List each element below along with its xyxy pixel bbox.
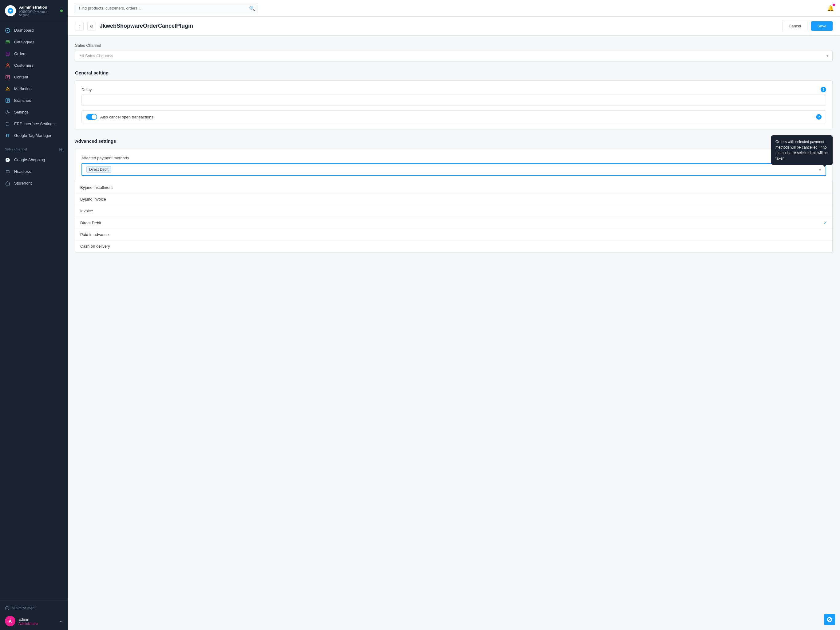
add-sales-channel-button[interactable]: ⊕ (59, 146, 63, 152)
search-container: 🔍 (74, 3, 258, 13)
dropdown-item-direct-debit[interactable]: Direct Debit ✓ (75, 217, 832, 229)
cancel-button[interactable]: Cancel (782, 21, 807, 31)
payment-chevron-icon: ▾ (819, 167, 821, 173)
main-nav: Dashboard Catalogues Orders (0, 22, 68, 600)
sales-channel-select-wrapper: All Sales Channels ▾ (75, 50, 833, 62)
dashboard-icon (5, 28, 11, 33)
sidebar-item-customers[interactable]: Customers (0, 60, 68, 71)
sidebar-item-label: Settings (14, 110, 28, 114)
sales-channel-label: Sales Channel (75, 43, 833, 47)
toggle-left: Also cancel open transactions (86, 114, 153, 120)
sidebar-item-google-shopping[interactable]: G Google Shopping (0, 154, 68, 166)
settings-icon (5, 109, 11, 115)
plugin-settings-button[interactable]: ⚙ (87, 22, 96, 30)
dropdown-item-invoice[interactable]: Invoice (75, 205, 832, 217)
dropdown-item-label: Direct Debit (80, 220, 101, 225)
sidebar-item-settings[interactable]: Settings (0, 106, 68, 118)
sidebar-item-label: Content (14, 75, 28, 79)
erp-icon (5, 121, 11, 127)
search-input[interactable] (74, 3, 258, 13)
svg-rect-9 (6, 75, 9, 79)
sidebar-header: Administration v9999999 Developer Versio… (0, 0, 68, 22)
dropdown-item-label: Invoice (80, 209, 93, 213)
cancel-transactions-toggle[interactable] (86, 114, 97, 120)
app-title: Administration (19, 5, 57, 10)
svg-rect-4 (6, 42, 9, 43)
sidebar-item-headless[interactable]: Headless (0, 166, 68, 177)
delay-label: Delay (82, 87, 92, 92)
sidebar-item-label: Dashboard (14, 28, 34, 33)
sidebar-item-erp[interactable]: ERP Interface Settings (0, 118, 68, 130)
topbar-right: 🔔 (827, 5, 834, 12)
svg-point-2 (7, 30, 8, 31)
sidebar-item-dashboard[interactable]: Dashboard (0, 25, 68, 36)
general-settings-heading: General setting (75, 70, 833, 75)
minimize-label: Minimize menu (12, 606, 36, 610)
svg-point-18 (7, 111, 9, 113)
sidebar-item-storefront[interactable]: Storefront (0, 177, 68, 189)
main-content: 🔍 🔔 ‹ ⚙ JkwebShopwareOrderCancelPlugin C… (68, 0, 840, 630)
sidebar-item-orders[interactable]: Orders (0, 48, 68, 60)
app-version: v9999999 Developer Version (19, 10, 57, 17)
advanced-settings-card: Affected payment methods ? Direct Debit … (75, 149, 833, 182)
delay-help-icon[interactable]: ? (821, 87, 826, 92)
advanced-settings-heading: Advanced settings (75, 138, 833, 144)
customers-icon (5, 63, 11, 68)
branches-icon (5, 98, 11, 103)
dropdown-item-byjuno-invoice[interactable]: Byjuno invoice (75, 193, 832, 205)
sidebar-item-label: Google Tag Manager (14, 133, 51, 138)
notification-badge (833, 4, 835, 6)
google-shopping-icon: G (5, 157, 11, 163)
sidebar-item-gtm[interactable]: Google Tag Manager (0, 130, 68, 141)
sidebar-item-label: Catalogues (14, 40, 35, 44)
sidebar-item-label: Google Shopping (14, 157, 45, 162)
user-menu[interactable]: A admin Administrator ▲ (5, 616, 63, 626)
dropdown-item-paid-in-advance[interactable]: Paid in advance (75, 229, 832, 241)
notifications-button[interactable]: 🔔 (827, 5, 834, 12)
search-button[interactable]: 🔍 (249, 5, 255, 11)
delay-label-row: Delay ? (82, 87, 826, 92)
sales-channel-select[interactable]: All Sales Channels (75, 50, 833, 62)
sidebar-item-catalogues[interactable]: Catalogues (0, 36, 68, 48)
svg-rect-27 (6, 171, 9, 173)
sidebar-item-label: Storefront (14, 181, 32, 185)
payment-methods-tooltip: Orders with selected payment methods wil… (771, 135, 833, 165)
minimize-menu-button[interactable]: Minimize menu (5, 604, 63, 612)
svg-rect-3 (6, 41, 9, 41)
user-avatar: A (5, 616, 15, 626)
toggle-help-icon[interactable]: ? (816, 114, 821, 120)
storefront-icon (5, 180, 11, 186)
sidebar-item-label: Orders (14, 51, 27, 56)
payment-methods-dropdown: Byjuno installment Byjuno invoice Invoic… (75, 182, 833, 253)
sidebar-item-label: ERP Interface Settings (14, 122, 54, 126)
online-indicator (60, 9, 63, 12)
save-button[interactable]: Save (811, 21, 833, 31)
gtm-icon (5, 133, 11, 138)
delay-input[interactable]: 10 (82, 94, 826, 106)
sales-channel-section: Sales Channel ⊕ (0, 141, 68, 154)
sidebar-item-marketing[interactable]: Marketing (0, 83, 68, 95)
advanced-settings-section: Advanced settings Orders with selected p… (75, 138, 833, 253)
sidebar-item-content[interactable]: Content (0, 71, 68, 83)
sidebar-item-label: Branches (14, 98, 31, 103)
toggle-label: Also cancel open transactions (100, 115, 153, 119)
payment-methods-select[interactable]: Direct Debit ▾ (82, 163, 826, 176)
content-area: Sales Channel All Sales Channels ▾ Gener… (68, 36, 840, 630)
orders-icon (5, 51, 11, 57)
dropdown-item-byjuno-installment[interactable]: Byjuno installment (75, 182, 832, 193)
sidebar-item-branches[interactable]: Branches (0, 95, 68, 106)
payment-methods-label-row: Affected payment methods ? (82, 155, 826, 161)
back-button[interactable]: ‹ (75, 22, 84, 30)
selected-payment-tag: Direct Debit (87, 166, 111, 173)
plugin-header: ‹ ⚙ JkwebShopwareOrderCancelPlugin Cance… (68, 17, 840, 36)
svg-rect-5 (6, 52, 9, 56)
plugin-title: JkwebShopwareOrderCancelPlugin (99, 23, 778, 29)
dropdown-item-label: Byjuno installment (80, 185, 113, 190)
general-settings-section: General setting Delay ? 10 Also cancel o… (75, 70, 833, 130)
dropdown-item-label: Cash on delivery (80, 244, 110, 249)
sidebar: Administration v9999999 Developer Versio… (0, 0, 68, 630)
dropdown-item-label: Paid in advance (80, 232, 109, 237)
user-name: admin (19, 617, 38, 622)
dropdown-item-cash-on-delivery[interactable]: Cash on delivery (75, 241, 832, 252)
app-info: Administration v9999999 Developer Versio… (19, 5, 57, 17)
